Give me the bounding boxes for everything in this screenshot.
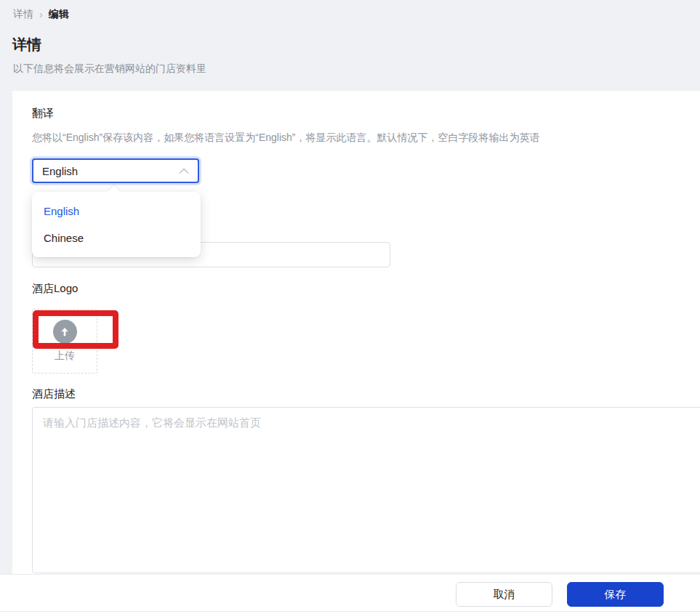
language-option-english[interactable]: English xyxy=(32,198,201,225)
upload-label: 上传 xyxy=(55,350,75,363)
cancel-button[interactable]: 取消 xyxy=(456,582,552,607)
translation-label: 翻译 xyxy=(32,107,54,121)
chevron-right-icon: › xyxy=(39,9,43,20)
annotation-highlight-box xyxy=(33,310,118,349)
chevron-up-icon xyxy=(179,168,189,174)
hotel-description-textarea[interactable] xyxy=(32,407,700,573)
breadcrumb-item-edit: 编辑 xyxy=(49,8,69,21)
language-option-chinese[interactable]: Chinese xyxy=(32,225,201,251)
breadcrumb-item-details[interactable]: 详情 xyxy=(13,8,33,21)
translation-help-text: 您将以“English”保存该内容，如果您将语言设置为“English”，将显示… xyxy=(32,132,686,145)
dropdown-caret xyxy=(108,186,121,198)
save-button[interactable]: 保存 xyxy=(567,582,664,607)
page-title: 详情 xyxy=(12,35,41,54)
footer-bar: 取消 保存 xyxy=(0,574,700,614)
language-select-value: English xyxy=(42,165,78,177)
page: 详情 › 编辑 详情 以下信息将会展示在营销网站的门店资料里 翻译 您将以“En… xyxy=(0,0,700,614)
hotel-logo-label: 酒店Logo xyxy=(32,282,78,296)
details-card: 翻译 您将以“English”保存该内容，如果您将语言设置为“English”，… xyxy=(12,91,700,574)
breadcrumb: 详情 › 编辑 xyxy=(13,8,69,21)
language-select[interactable]: English xyxy=(32,158,199,183)
language-dropdown: English Chinese xyxy=(32,192,201,257)
page-subtitle: 以下信息将会展示在营销网站的门店资料里 xyxy=(13,62,206,76)
footer-divider xyxy=(0,611,700,612)
hotel-description-label: 酒店描述 xyxy=(32,387,76,401)
